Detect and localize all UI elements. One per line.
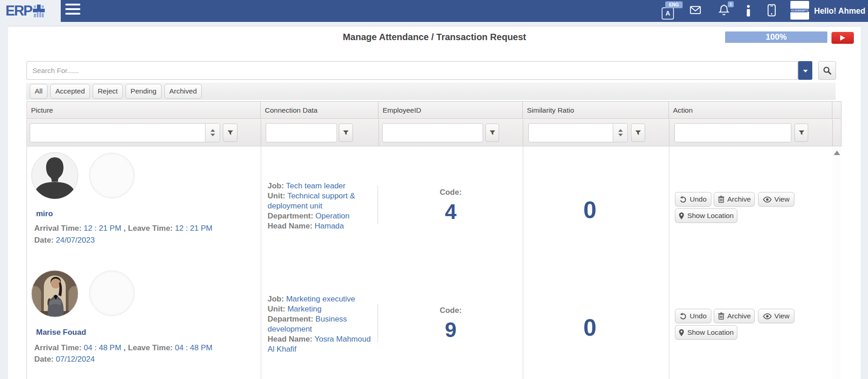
action-filter-input[interactable] (674, 123, 791, 142)
column-header-picture[interactable]: Picture (27, 102, 261, 119)
search-dropdown-button[interactable] (798, 61, 812, 80)
similarity-filter-funnel-button[interactable] (631, 124, 645, 142)
picture-filter-spinner[interactable] (205, 124, 220, 142)
undo-icon (679, 312, 687, 320)
row1-undo-button[interactable]: Undo (675, 192, 711, 207)
trash-icon (718, 312, 725, 320)
column-header-employeeid[interactable]: EmployeeID (379, 102, 523, 119)
row1-archive-button[interactable]: Archive (714, 192, 755, 207)
row1-employee-name[interactable]: miro (36, 209, 53, 218)
row1-cell-divider (378, 186, 378, 224)
row1-employee-code: 4 (379, 201, 523, 223)
funnel-icon (489, 130, 496, 136)
language-badge: ENG (665, 1, 683, 8)
employeeid-filter-funnel-button[interactable] (485, 124, 499, 142)
row2-avatar-placeholder (89, 270, 135, 316)
map-marker-icon (679, 212, 684, 220)
company-logo-avatar[interactable]: CLOUDSOFT (790, 1, 809, 20)
mobile-icon[interactable] (768, 4, 776, 16)
row1-view-button[interactable]: View (758, 192, 794, 207)
progress-bar: 100% (725, 31, 827, 43)
row2-times-line: Arrival Time: 04 : 48 PM,Leave Time: 04 … (34, 343, 212, 353)
row1-similarity-value: 0 (523, 199, 657, 221)
app-logo-text: ERP (5, 3, 32, 19)
connection-filter-funnel-button[interactable] (339, 124, 353, 142)
row1-show-location-button[interactable]: Show Location (675, 208, 737, 223)
row2-employee-name[interactable]: Marise Fouad (36, 328, 86, 337)
column-header-action[interactable]: Action (669, 102, 832, 119)
similarity-filter-input[interactable] (528, 123, 628, 142)
tab-pending[interactable]: Pending (126, 84, 162, 99)
filter-divider-4 (669, 119, 669, 146)
row1-code-label: Code: (379, 188, 523, 197)
filter-divider-1 (261, 119, 261, 146)
column-header-scroll-spacer (832, 102, 841, 119)
filter-tabs-strip: All Accepted Reject Pending Archived (26, 83, 836, 100)
row2-view-button[interactable]: View (758, 309, 794, 323)
row1-times-line: Arrival Time: 12 : 21 PM,Leave Time: 12 … (34, 224, 212, 233)
chevron-down-icon (803, 70, 808, 73)
tab-accepted[interactable]: Accepted (50, 84, 90, 99)
funnel-icon (635, 130, 642, 136)
employeeid-filter-input[interactable] (382, 123, 483, 142)
row2-code-label: Code: (379, 306, 523, 315)
row2-cell-divider (378, 304, 378, 343)
top-bar (0, 0, 868, 22)
row2-employee-code: 9 (379, 319, 523, 341)
translate-icon[interactable]: A (662, 7, 674, 20)
app-logo[interactable]: ERP (0, 0, 61, 22)
data-divider-1 (261, 147, 261, 379)
row1-connection-data: Job: Tech team leader Unit: Technical su… (268, 181, 372, 231)
picture-filter-input[interactable] (30, 123, 220, 142)
filter-divider-3 (523, 119, 523, 146)
logo-building-icon (33, 5, 45, 17)
table-right-border (841, 101, 842, 146)
eye-icon (763, 196, 772, 203)
row1-avatar-photo[interactable] (31, 152, 79, 199)
row1-date-line: Date: 24/07/2023 (34, 236, 95, 245)
row2-connection-data: Job: Marketing executive Unit: Marketing… (268, 294, 372, 354)
table-header-row: Picture Connection Data EmployeeID Simil… (27, 102, 841, 119)
funnel-icon (798, 130, 805, 136)
tab-all[interactable]: All (30, 84, 47, 99)
data-divider-3 (669, 147, 669, 379)
filter-divider-5 (832, 119, 833, 146)
undo-icon (679, 196, 687, 203)
row2-avatar-photo[interactable] (31, 270, 79, 317)
row2-show-location-button[interactable]: Show Location (675, 325, 737, 340)
map-marker-icon (679, 329, 684, 337)
funnel-icon (227, 130, 234, 136)
mail-icon[interactable] (690, 6, 701, 14)
filter-divider-2 (379, 119, 379, 146)
scroll-up-arrow-icon[interactable] (834, 151, 840, 155)
tab-archived[interactable]: Archived (164, 84, 202, 99)
row2-undo-button[interactable]: Undo (675, 309, 711, 323)
picture-filter-funnel-button[interactable] (223, 124, 237, 142)
eye-icon (763, 313, 772, 320)
search-button[interactable] (818, 61, 836, 80)
user-greeting[interactable]: Hello! Ahmed (814, 0, 865, 22)
data-divider-2 (523, 147, 523, 379)
search-input[interactable] (26, 61, 798, 80)
notification-badge: 1 (728, 1, 734, 7)
column-header-connection-data[interactable]: Connection Data (261, 102, 379, 119)
row2-similarity-value: 0 (523, 317, 657, 338)
play-icon (840, 35, 845, 41)
tab-reject[interactable]: Reject (93, 84, 123, 99)
row2-archive-button[interactable]: Archive (714, 309, 755, 323)
connection-filter-input[interactable] (266, 123, 337, 142)
column-header-similarity-ratio[interactable]: Similarity Ratio (523, 102, 669, 119)
menu-hamburger-icon[interactable] (65, 4, 80, 15)
funnel-icon (342, 130, 349, 136)
row2-date-line: Date: 07/12/2024 (34, 355, 95, 364)
video-help-button[interactable] (831, 32, 854, 44)
action-filter-funnel-button[interactable] (794, 124, 808, 142)
search-icon (823, 66, 832, 75)
similarity-filter-spinner[interactable] (613, 124, 627, 142)
trash-icon (718, 196, 725, 203)
info-icon[interactable] (746, 5, 751, 16)
scrollbar-track[interactable] (832, 147, 841, 379)
row1-avatar-placeholder (89, 153, 135, 198)
